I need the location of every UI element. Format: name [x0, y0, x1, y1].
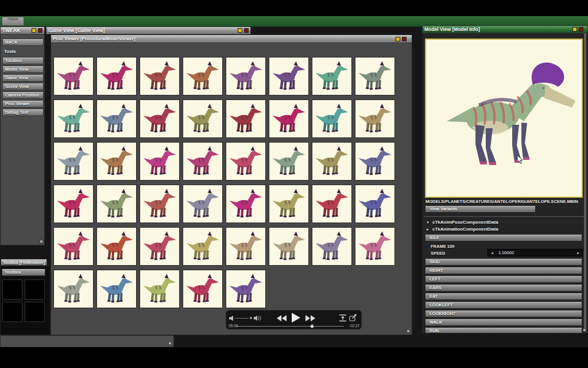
component-animation[interactable]: ► cTkAnimationComponentData — [426, 227, 498, 232]
creature-thumbnail[interactable] — [96, 185, 137, 223]
creature-thumbnail[interactable] — [53, 99, 94, 138]
minimize-button[interactable] — [396, 37, 400, 41]
animation-item-lookright[interactable]: LOOKRIGHT — [425, 310, 582, 317]
creature-thumbnail[interactable] — [53, 185, 94, 223]
collapsed-triangle-icon[interactable]: ► — [426, 228, 430, 231]
creature-thumbnail[interactable] — [269, 99, 309, 138]
creature-thumbnail[interactable] — [355, 57, 395, 95]
creature-thumbnail[interactable] — [355, 99, 395, 138]
creature-thumbnail[interactable] — [140, 185, 180, 223]
increment-arrow-icon[interactable]: ► — [577, 251, 582, 255]
scrollbar[interactable] — [584, 33, 586, 332]
expanded-triangle-icon[interactable]: ▼ — [426, 221, 430, 224]
animation-item-ears[interactable]: EARS — [425, 284, 582, 292]
file-slot[interactable] — [25, 302, 45, 322]
sidebar-item-camera-position[interactable]: Camera Position — [2, 91, 44, 99]
creature-thumbnail[interactable] — [140, 142, 180, 181]
close-button[interactable] — [244, 28, 249, 33]
creature-thumbnail[interactable] — [140, 227, 180, 266]
play-icon[interactable] — [292, 313, 300, 323]
resize-grip[interactable] — [168, 342, 172, 345]
creature-thumbnail[interactable] — [269, 185, 309, 223]
share-icon[interactable] — [349, 314, 357, 321]
close-button[interactable] — [579, 27, 583, 32]
animation-item-skid[interactable]: SKID — [425, 258, 582, 266]
animation-item-left[interactable]: LEFT — [425, 275, 582, 283]
creature-thumbnail[interactable] — [53, 57, 94, 95]
sidebar-item-proc-viewer[interactable]: Proc Viewer — [2, 100, 44, 108]
creature-thumbnail[interactable] — [269, 142, 309, 181]
creature-thumbnail[interactable] — [183, 270, 223, 308]
volume-slider[interactable] — [235, 318, 249, 319]
animation-item-run[interactable]: RUN — [425, 327, 582, 334]
volume-min-icon[interactable] — [229, 316, 234, 321]
creature-thumbnail[interactable] — [269, 57, 309, 95]
creature-thumbnail[interactable] — [183, 99, 223, 138]
tweak-titlebar[interactable]: TWEAK — [0, 26, 45, 34]
sidebar-item-toolbox[interactable]: Toolbox — [2, 57, 44, 64]
animation-item-idle[interactable]: IDLE — [425, 234, 582, 241]
scrubber-handle[interactable] — [310, 324, 314, 328]
creature-thumbnail[interactable] — [140, 57, 180, 95]
toolbox-button[interactable]: Toolbox — [2, 269, 45, 276]
creature-thumbnail[interactable] — [355, 185, 395, 223]
creature-thumbnail[interactable] — [53, 270, 94, 308]
close-button[interactable] — [38, 28, 42, 33]
rewind-icon[interactable] — [277, 315, 287, 321]
creature-thumbnail[interactable] — [96, 57, 137, 95]
speed-stepper[interactable]: ◄ 1.00000 ► — [488, 249, 583, 256]
file-browser-titlebar[interactable]: Toolbox [FileBrowser] — [1, 259, 47, 266]
creature-thumbnail[interactable] — [355, 142, 395, 181]
creature-thumbnail[interactable] — [183, 227, 223, 266]
creature-thumbnail[interactable] — [140, 270, 180, 308]
creature-thumbnail[interactable] — [53, 142, 94, 181]
creature-thumbnail[interactable] — [140, 99, 180, 138]
fast-forward-icon[interactable] — [305, 315, 315, 321]
creature-thumbnail[interactable] — [226, 99, 266, 138]
creature-thumbnail[interactable] — [96, 270, 137, 308]
progress-track[interactable] — [236, 326, 344, 327]
creature-thumbnail[interactable] — [312, 57, 352, 95]
sidebar-item-scene-view[interactable]: Scene View — [2, 83, 44, 90]
creature-thumbnail[interactable] — [96, 142, 137, 181]
resize-grip[interactable] — [40, 240, 43, 243]
creature-thumbnail[interactable] — [53, 227, 94, 266]
back-button[interactable]: BACK — [2, 39, 44, 46]
decrement-arrow-icon[interactable]: ◄ — [488, 251, 494, 255]
view-variants-button[interactable]: View Variants — [425, 205, 536, 213]
animation-item-eat[interactable]: EAT — [425, 293, 582, 300]
speaker-icon[interactable] — [254, 315, 261, 321]
creature-thumbnail[interactable] — [269, 227, 309, 266]
game-view-titlebar[interactable]: Game View [Game View] — [46, 26, 251, 34]
creature-thumbnail[interactable] — [183, 57, 223, 95]
model-viewport[interactable] — [425, 39, 583, 198]
close-button[interactable] — [402, 37, 407, 41]
creature-thumbnail[interactable] — [226, 57, 266, 95]
creature-thumbnail[interactable] — [312, 99, 352, 138]
creature-thumbnail[interactable] — [96, 227, 137, 266]
resize-grip[interactable] — [407, 329, 410, 333]
animation-item-right[interactable]: RIGHT — [425, 267, 582, 274]
creature-thumbnail[interactable] — [226, 142, 266, 181]
creature-thumbnail[interactable] — [312, 227, 352, 266]
volume-knob[interactable] — [250, 317, 252, 319]
sidebar-item-debug-text[interactable]: Debug Text — [2, 109, 44, 116]
proc-viewer-titlebar[interactable]: Proc Viewer [ProceduralModelViewer] — [51, 34, 412, 43]
animation-item-lookleft[interactable]: LOOKLEFT — [425, 301, 582, 309]
creature-thumbnail[interactable] — [226, 227, 266, 266]
fullscreen-icon[interactable] — [339, 315, 346, 321]
creature-thumbnail[interactable] — [226, 270, 266, 308]
minimize-button[interactable] — [32, 28, 36, 33]
window-tab[interactable]: TWEAK — [2, 17, 24, 26]
creature-thumbnail[interactable] — [183, 142, 223, 181]
minimize-button[interactable] — [572, 27, 577, 32]
sidebar-item-game-view[interactable]: Game View — [2, 74, 44, 82]
creature-thumbnail[interactable] — [183, 185, 223, 223]
sidebar-item-model-view[interactable]: Model View — [2, 66, 44, 73]
creature-thumbnail[interactable] — [355, 227, 395, 266]
resize-grip[interactable] — [583, 328, 586, 332]
creature-thumbnail[interactable] — [96, 99, 137, 138]
model-view-titlebar[interactable]: Model View [Model Info] — [422, 25, 588, 33]
file-slot[interactable] — [2, 279, 22, 300]
creature-thumbnail[interactable] — [312, 185, 352, 223]
